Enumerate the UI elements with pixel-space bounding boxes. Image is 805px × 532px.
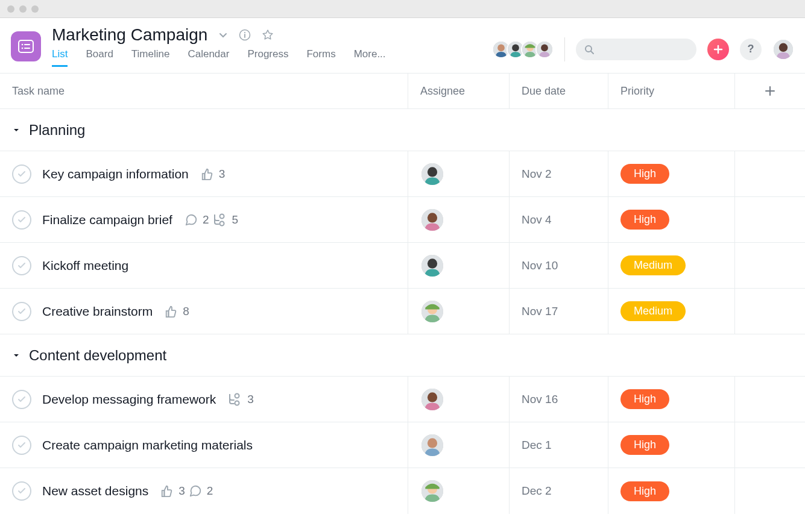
collapse-caret-icon[interactable] <box>12 351 21 360</box>
svg-point-39 <box>428 438 437 448</box>
section-header[interactable]: Content development <box>0 334 805 377</box>
complete-checkbox[interactable] <box>12 436 31 455</box>
task-row[interactable]: Create campaign marketing materialsDec 1… <box>0 422 805 468</box>
member-avatar[interactable] <box>535 40 554 58</box>
assignee-avatar[interactable] <box>420 162 444 186</box>
complete-checkbox[interactable] <box>12 302 31 321</box>
traffic-light-minimize[interactable] <box>19 5 27 13</box>
info-icon[interactable] <box>239 29 251 41</box>
empty-cell <box>734 422 805 468</box>
task-name[interactable]: Kickoff meeting <box>42 258 128 273</box>
tab-forms[interactable]: Forms <box>306 48 335 67</box>
svg-point-6 <box>244 32 245 33</box>
assignee-avatar[interactable] <box>420 387 444 412</box>
assignee-avatar[interactable] <box>420 299 444 324</box>
project-members[interactable] <box>496 40 554 58</box>
divider <box>564 37 565 61</box>
task-row[interactable]: Finalize campaign brief25Nov 4High <box>0 197 805 243</box>
tab-list[interactable]: List <box>52 48 68 67</box>
traffic-light-close[interactable] <box>7 5 14 13</box>
task-name[interactable]: Key campaign information <box>42 167 189 181</box>
due-date[interactable]: Nov 17 <box>522 305 558 318</box>
svg-point-34 <box>235 393 239 398</box>
svg-point-27 <box>219 221 224 225</box>
tab-calendar[interactable]: Calendar <box>188 48 229 67</box>
due-date[interactable]: Nov 4 <box>522 213 552 227</box>
complete-checkbox[interactable] <box>12 164 31 184</box>
priority-pill[interactable]: High <box>620 481 669 501</box>
project-title[interactable]: Marketing Campaign <box>52 25 207 45</box>
like-count[interactable]: 3 <box>201 167 226 181</box>
svg-point-26 <box>219 214 224 218</box>
help-button[interactable]: ? <box>740 39 762 60</box>
like-count[interactable]: 8 <box>165 305 189 318</box>
complete-checkbox[interactable] <box>12 256 31 275</box>
subtask-count[interactable]: 3 <box>228 393 254 406</box>
collapse-caret-icon[interactable] <box>12 126 21 134</box>
add-column-button[interactable] <box>734 74 805 108</box>
comment-count[interactable]: 2 <box>189 484 213 498</box>
subtask-count[interactable]: 5 <box>213 213 239 227</box>
svg-point-15 <box>541 44 548 51</box>
assignee-avatar[interactable] <box>420 433 444 457</box>
dropdown-caret-icon[interactable] <box>218 30 228 40</box>
due-date[interactable]: Dec 2 <box>522 484 552 498</box>
priority-pill[interactable]: High <box>620 435 669 455</box>
tab-more[interactable]: More... <box>354 48 386 67</box>
assignee-avatar[interactable] <box>420 479 444 503</box>
empty-cell <box>734 468 805 514</box>
priority-pill[interactable]: High <box>620 210 669 230</box>
project-icon <box>11 31 41 61</box>
complete-checkbox[interactable] <box>12 210 31 230</box>
tab-timeline[interactable]: Timeline <box>131 48 170 67</box>
task-name[interactable]: Finalize campaign brief <box>42 213 172 227</box>
task-name[interactable]: Develop messaging framework <box>42 392 216 407</box>
svg-point-3 <box>22 47 24 49</box>
due-date[interactable]: Nov 16 <box>522 393 558 406</box>
col-priority[interactable]: Priority <box>608 74 734 108</box>
traffic-light-zoom[interactable] <box>31 5 39 13</box>
svg-rect-0 <box>19 40 33 52</box>
like-count[interactable]: 3 <box>160 484 185 498</box>
task-name[interactable]: Create campaign marketing materials <box>42 438 253 452</box>
search-icon <box>584 45 594 54</box>
col-due-date[interactable]: Due date <box>509 74 608 108</box>
due-date[interactable]: Dec 1 <box>522 439 552 452</box>
task-name[interactable]: New asset designs <box>42 484 148 498</box>
complete-checkbox[interactable] <box>12 390 31 409</box>
user-avatar[interactable] <box>772 39 794 60</box>
svg-line-17 <box>591 51 593 54</box>
tab-board[interactable]: Board <box>86 48 113 67</box>
empty-cell <box>734 377 805 422</box>
priority-pill[interactable]: Medium <box>620 255 686 275</box>
task-row[interactable]: Kickoff meetingNov 10Medium <box>0 243 805 289</box>
assignee-avatar[interactable] <box>420 254 444 278</box>
due-date[interactable]: Nov 2 <box>522 167 552 181</box>
due-date[interactable]: Nov 10 <box>522 259 558 272</box>
task-name[interactable]: Creative brainstorm <box>42 304 153 319</box>
column-headers: Task name Assignee Due date Priority <box>0 73 805 109</box>
task-row[interactable]: New asset designs32Dec 2High <box>0 468 805 514</box>
task-row[interactable]: Creative brainstorm8Nov 17Medium <box>0 289 805 334</box>
priority-pill[interactable]: High <box>620 389 669 409</box>
col-task-name[interactable]: Task name <box>0 74 408 108</box>
col-assignee[interactable]: Assignee <box>408 74 509 108</box>
tab-progress[interactable]: Progress <box>247 48 288 67</box>
quick-add-button[interactable] <box>707 39 729 60</box>
svg-point-37 <box>428 392 437 402</box>
svg-point-21 <box>779 43 788 51</box>
search-input[interactable] <box>576 39 696 60</box>
task-row[interactable]: Develop messaging framework3Nov 16High <box>0 377 805 422</box>
task-row[interactable]: Key campaign information3Nov 2High <box>0 151 805 197</box>
comment-count[interactable]: 2 <box>185 213 209 227</box>
complete-checkbox[interactable] <box>12 481 31 501</box>
empty-cell <box>734 243 805 288</box>
svg-point-29 <box>428 213 437 222</box>
svg-point-31 <box>428 258 437 268</box>
priority-pill[interactable]: Medium <box>620 301 686 321</box>
svg-point-1 <box>22 43 24 45</box>
priority-pill[interactable]: High <box>620 164 669 184</box>
assignee-avatar[interactable] <box>420 208 444 232</box>
star-icon[interactable] <box>262 29 274 41</box>
section-header[interactable]: Planning <box>0 109 805 151</box>
